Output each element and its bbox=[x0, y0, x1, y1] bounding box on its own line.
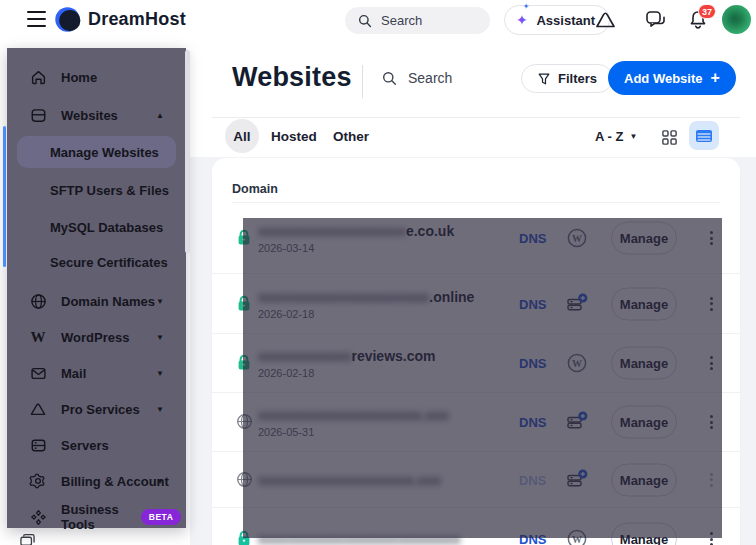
list-view-button[interactable] bbox=[689, 121, 719, 150]
mail-icon bbox=[29, 364, 47, 382]
websites-search-input[interactable]: Search bbox=[382, 70, 452, 86]
chevron-down-icon: ▼ bbox=[156, 333, 164, 342]
domain-masked: xxxxxxxxxxxx bbox=[258, 348, 351, 364]
dns-link[interactable]: DNS bbox=[519, 296, 546, 311]
manage-button[interactable]: Manage bbox=[611, 347, 677, 380]
manage-button[interactable]: Manage bbox=[611, 463, 677, 496]
wordpress-icon: W bbox=[29, 328, 47, 346]
notification-count-badge: 37 bbox=[698, 4, 716, 19]
gear-icon bbox=[29, 472, 47, 490]
domain-masked: xxxxxxxxxxxxxxxxxxxx.xxx bbox=[258, 472, 441, 488]
title-divider bbox=[362, 65, 363, 98]
sidebar-item-label: SFTP Users & Files bbox=[50, 183, 169, 198]
dns-link[interactable]: DNS bbox=[519, 415, 546, 430]
ssl-lock-icon bbox=[236, 295, 254, 313]
cloud-services-icon[interactable] bbox=[594, 10, 617, 30]
kebab-menu-icon[interactable] bbox=[706, 468, 717, 490]
app-window: DreamHost Search ✦✦ Assistant bbox=[0, 0, 756, 545]
sidebar-item-manage-websites[interactable]: Manage Websites bbox=[17, 136, 176, 168]
sidebar-item-mail[interactable]: Mail ▼ bbox=[17, 356, 176, 390]
table-row[interactable]: xxxxxxxxxxxxxxxxxxxx.xxx DNS Manage bbox=[212, 452, 740, 508]
dns-link[interactable]: DNS bbox=[519, 231, 546, 246]
chevron-down-icon: ▼ bbox=[156, 297, 164, 306]
chevron-down-icon: ▼ bbox=[156, 405, 164, 414]
table-row[interactable]: xxxxxxxxxxxxreviews.com 2026-02-18 DNS W… bbox=[212, 334, 740, 393]
kebab-menu-icon[interactable] bbox=[706, 411, 717, 433]
sidebar-item-billing-account[interactable]: Billing & Account ▼ bbox=[17, 464, 176, 498]
page-title: Websites bbox=[232, 62, 352, 93]
wordpress-icon: W bbox=[566, 528, 588, 545]
notifications-button[interactable]: 37 bbox=[688, 9, 716, 33]
search-icon bbox=[382, 71, 397, 86]
globe-icon bbox=[236, 413, 254, 431]
wordpress-icon: W bbox=[566, 352, 588, 374]
chevron-up-icon: ▲ bbox=[156, 111, 164, 120]
tab-hosted[interactable]: Hosted bbox=[271, 123, 317, 150]
sidebar-item-mysql-databases[interactable]: MySQL Databases bbox=[17, 211, 176, 243]
home-icon bbox=[29, 68, 47, 86]
chat-help-icon[interactable] bbox=[645, 10, 667, 30]
table-row[interactable]: xxxxxxxxxxxxxxxxxxxe.co.uk 2026-03-14 DN… bbox=[212, 203, 740, 274]
kebab-menu-icon[interactable] bbox=[706, 528, 717, 545]
sidebar-item-domain-names[interactable]: Domain Names ▼ bbox=[17, 284, 176, 318]
global-search-input[interactable]: Search bbox=[345, 7, 490, 34]
expiry-date: 2026-05-31 bbox=[258, 426, 449, 438]
dreamhost-logo-icon bbox=[54, 6, 81, 33]
dns-link[interactable]: DNS bbox=[519, 472, 546, 487]
sidebar-item-label: Secure Certificates bbox=[50, 255, 168, 270]
manage-button[interactable]: Manage bbox=[611, 222, 677, 255]
sidebar-item-pro-services[interactable]: Pro Services ▼ bbox=[17, 392, 176, 426]
sidebar-item-home[interactable]: Home bbox=[17, 60, 176, 94]
global-search-placeholder: Search bbox=[381, 13, 422, 28]
sidebar-item-label: Home bbox=[61, 70, 97, 85]
sidebar-item-servers[interactable]: Servers bbox=[17, 428, 176, 462]
table-row[interactable]: xxxxxxxxxxxxxxxxxxxxxxxxxx DNS W Manage bbox=[212, 508, 740, 545]
add-website-button[interactable]: Add Website + bbox=[608, 61, 736, 95]
sidebar-item-secure-certificates[interactable]: Secure Certificates bbox=[17, 246, 176, 278]
chevron-down-icon: ▼ bbox=[156, 477, 164, 486]
table-row[interactable]: xxxxxxxxxxxxxxxxxxxxxx.online 2026-02-18… bbox=[212, 274, 740, 334]
tab-other[interactable]: Other bbox=[333, 123, 369, 150]
expiry-date: 2026-03-14 bbox=[258, 242, 454, 254]
domain-masked: xxxxxxxxxxxxxxxxxxx bbox=[258, 223, 406, 239]
expiry-date: 2026-02-18 bbox=[258, 307, 474, 319]
globe-icon bbox=[236, 471, 254, 489]
sidebar-item-label: Servers bbox=[61, 438, 109, 453]
grid-view-button[interactable] bbox=[657, 125, 681, 149]
add-hosting-icon[interactable] bbox=[566, 411, 588, 433]
user-avatar[interactable] bbox=[722, 5, 751, 34]
domain-visible: e.co.uk bbox=[406, 223, 454, 239]
filters-button[interactable]: Filters bbox=[521, 64, 613, 93]
chevron-down-icon: ▼ bbox=[156, 369, 164, 378]
sidebar-item-websites[interactable]: Websites ▲ bbox=[17, 98, 176, 132]
add-hosting-icon[interactable] bbox=[566, 293, 588, 315]
add-hosting-icon[interactable] bbox=[566, 469, 588, 491]
grid-icon bbox=[661, 129, 678, 146]
sidebar-scrollbar[interactable] bbox=[185, 50, 190, 253]
sparkles-icon: ✦✦ bbox=[516, 12, 529, 28]
sidebar-item-business-tools[interactable]: Business Tools BETA bbox=[17, 500, 176, 534]
active-section-indicator bbox=[3, 126, 6, 267]
dns-link[interactable]: DNS bbox=[519, 532, 546, 545]
kebab-menu-icon[interactable] bbox=[706, 292, 717, 314]
beta-badge: BETA bbox=[141, 509, 182, 525]
sidebar-item-wordpress[interactable]: W WordPress ▼ bbox=[17, 320, 176, 354]
table-row[interactable]: xxxxxxxxxxxxxxxxxxxxx.xxx 2026-05-31 DNS… bbox=[212, 393, 740, 452]
sort-dropdown[interactable]: A - Z ▼ bbox=[595, 129, 637, 144]
hamburger-menu-icon[interactable] bbox=[27, 11, 46, 27]
websites-table-card: Domain xxxxxxxxxxxxxxxxxxxe.co.uk 2026-0… bbox=[212, 158, 740, 545]
dreamhost-logo[interactable]: DreamHost bbox=[54, 6, 186, 33]
manage-button[interactable]: Manage bbox=[611, 523, 677, 545]
kebab-menu-icon[interactable] bbox=[706, 227, 717, 249]
ssl-lock-icon bbox=[236, 354, 254, 372]
sidebar-item-label: Billing & Account bbox=[61, 474, 169, 489]
manage-button[interactable]: Manage bbox=[611, 287, 677, 320]
kebab-menu-icon[interactable] bbox=[706, 352, 717, 374]
svg-text:W: W bbox=[572, 233, 582, 244]
tab-all[interactable]: All bbox=[225, 119, 259, 153]
manage-button[interactable]: Manage bbox=[611, 406, 677, 439]
websites-icon bbox=[29, 106, 47, 124]
sidebar-item-sftp-users-files[interactable]: SFTP Users & Files bbox=[17, 174, 176, 206]
dns-link[interactable]: DNS bbox=[519, 356, 546, 371]
add-website-label: Add Website bbox=[624, 71, 703, 86]
